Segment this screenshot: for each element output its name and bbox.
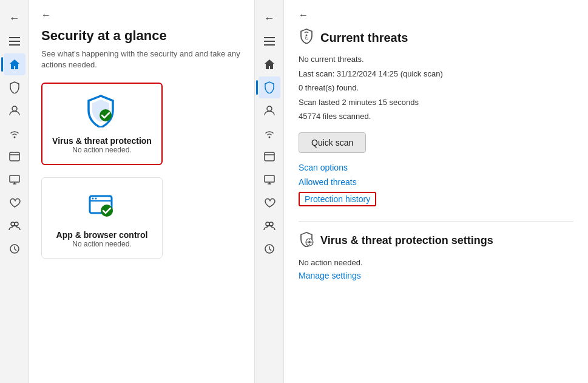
virus-card-title: Virus & threat protection bbox=[52, 136, 152, 146]
svg-rect-21 bbox=[264, 44, 275, 46]
right-nav-window[interactable] bbox=[259, 146, 280, 168]
svg-rect-24 bbox=[265, 152, 274, 161]
virus-card-subtitle: No action needed. bbox=[72, 146, 131, 154]
quick-scan-button[interactable]: Quick scan bbox=[299, 132, 366, 153]
right-nav-wifi[interactable] bbox=[259, 123, 280, 144]
right-nav-shield[interactable] bbox=[259, 76, 280, 98]
right-panel-back[interactable]: ← bbox=[299, 10, 573, 21]
right-nav-user[interactable] bbox=[259, 100, 280, 121]
svg-rect-1 bbox=[9, 41, 20, 42]
current-threats-header: ↻ Current threats bbox=[299, 28, 573, 47]
current-threats-title: Current threats bbox=[320, 31, 408, 45]
left-nav-back[interactable]: ← bbox=[4, 7, 25, 29]
files-scanned-text: 45774 files scanned. bbox=[299, 110, 573, 123]
svg-rect-20 bbox=[264, 41, 275, 42]
app-card[interactable]: App & browser control No action needed. bbox=[41, 177, 163, 259]
svg-point-16 bbox=[92, 198, 94, 200]
manage-settings-link[interactable]: Manage settings bbox=[299, 271, 573, 280]
svg-point-23 bbox=[268, 137, 270, 138]
svg-point-17 bbox=[95, 198, 97, 200]
left-panel: ← Security at a glance See what's happen… bbox=[29, 0, 255, 383]
virus-shield-icon bbox=[84, 93, 120, 130]
right-nav-hamburger[interactable] bbox=[259, 30, 280, 52]
no-action-text: No action needed. bbox=[299, 257, 573, 269]
no-threats-text: No current threats. bbox=[299, 53, 573, 66]
left-nav-home[interactable] bbox=[4, 53, 25, 75]
left-nav-hamburger[interactable] bbox=[4, 30, 25, 52]
threat-settings-title: Virus & threat protection settings bbox=[320, 234, 493, 247]
right-nav-group[interactable] bbox=[259, 215, 280, 237]
right-panel: ← ↻ Current threats No current threats. … bbox=[284, 0, 588, 383]
svg-rect-19 bbox=[264, 37, 275, 38]
left-sidebar: ← bbox=[0, 0, 29, 383]
right-nav-home[interactable] bbox=[259, 53, 280, 75]
threats-found-text: 0 threat(s) found. bbox=[299, 82, 573, 94]
svg-rect-0 bbox=[9, 37, 20, 38]
right-nav-back[interactable]: ← bbox=[259, 7, 280, 29]
right-nav-monitor[interactable] bbox=[259, 169, 280, 191]
threat-settings-header: Virus & threat protection settings bbox=[299, 231, 573, 251]
protection-history-link[interactable]: Protection history bbox=[299, 192, 376, 206]
svg-point-4 bbox=[13, 137, 15, 138]
left-nav-monitor[interactable] bbox=[4, 169, 25, 191]
virus-card[interactable]: Virus & threat protection No action need… bbox=[41, 83, 163, 165]
left-panel-back[interactable]: ← bbox=[41, 10, 242, 21]
svg-point-22 bbox=[267, 106, 272, 111]
svg-text:↻: ↻ bbox=[305, 36, 309, 41]
right-nav-history[interactable] bbox=[259, 238, 280, 260]
right-sidebar: ← bbox=[255, 0, 284, 383]
right-nav-health[interactable] bbox=[259, 192, 280, 214]
threat-settings-icon bbox=[299, 231, 314, 251]
svg-rect-2 bbox=[9, 44, 20, 46]
svg-rect-7 bbox=[10, 175, 19, 182]
left-nav-wifi[interactable] bbox=[4, 123, 25, 144]
current-threats-icon: ↻ bbox=[299, 28, 314, 47]
scan-options-link[interactable]: Scan options bbox=[299, 163, 573, 172]
page-subtitle: See what's happening with the security a… bbox=[41, 49, 242, 70]
section-divider bbox=[299, 221, 573, 222]
page-title: Security at a glance bbox=[41, 28, 242, 44]
svg-point-35 bbox=[308, 241, 311, 243]
svg-point-3 bbox=[12, 106, 17, 111]
left-nav-user[interactable] bbox=[4, 100, 25, 121]
left-nav-shield[interactable] bbox=[4, 76, 25, 98]
left-nav-history[interactable] bbox=[4, 238, 25, 260]
last-scan-text: Last scan: 31/12/2024 14:25 (quick scan) bbox=[299, 68, 573, 80]
svg-rect-26 bbox=[265, 175, 274, 182]
app-card-subtitle: No action needed. bbox=[72, 240, 131, 248]
left-nav-health[interactable] bbox=[4, 192, 25, 214]
scan-duration-text: Scan lasted 2 minutes 15 seconds bbox=[299, 97, 573, 109]
left-nav-group[interactable] bbox=[4, 215, 25, 237]
app-card-title: App & browser control bbox=[56, 230, 148, 240]
svg-rect-5 bbox=[10, 152, 19, 161]
app-browser-icon bbox=[84, 188, 120, 224]
left-nav-window[interactable] bbox=[4, 146, 25, 168]
allowed-threats-link[interactable]: Allowed threats bbox=[299, 177, 573, 187]
